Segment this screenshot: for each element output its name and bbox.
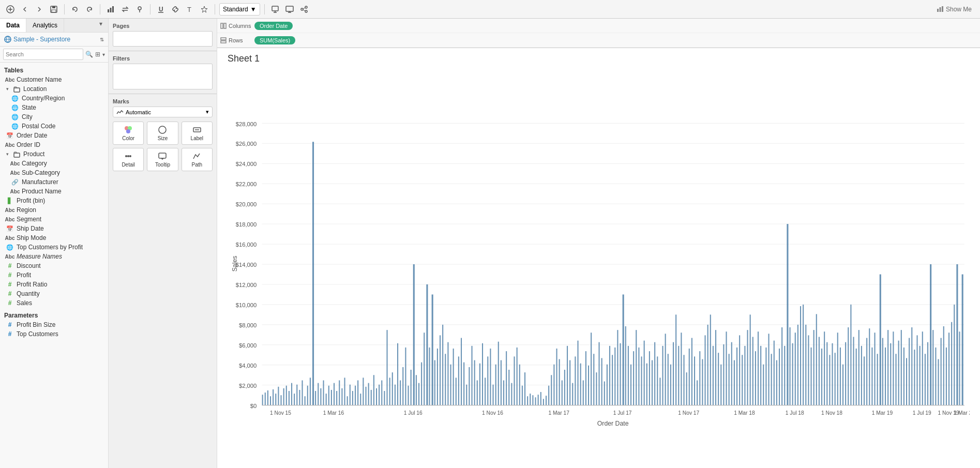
hash-icon-3: # bbox=[6, 281, 13, 288]
columns-order-date-pill[interactable]: Order Date bbox=[254, 22, 293, 30]
search-icon[interactable]: 🔍 bbox=[85, 51, 93, 58]
svg-rect-199 bbox=[580, 364, 581, 405]
filter-icon[interactable]: ▾ bbox=[102, 52, 105, 57]
field-location[interactable]: ▾ Location bbox=[0, 84, 108, 94]
path-mark-button[interactable]: Path bbox=[182, 148, 213, 171]
svg-rect-312 bbox=[880, 275, 881, 405]
field-ship-mode[interactable]: Abc Ship Mode bbox=[0, 233, 108, 243]
svg-rect-221 bbox=[638, 348, 639, 405]
svg-rect-280 bbox=[795, 333, 796, 405]
tab-analytics[interactable]: Analytics bbox=[26, 19, 64, 32]
detail-mark-button[interactable]: Detail bbox=[113, 148, 144, 171]
abc-icon-5: Abc bbox=[11, 188, 19, 195]
field-ship-date[interactable]: 📅 Ship Date bbox=[0, 224, 108, 233]
swap-icon[interactable] bbox=[119, 3, 131, 16]
svg-text:$18,000: $18,000 bbox=[236, 221, 257, 228]
standard-dropdown[interactable]: Standard ▼ bbox=[219, 3, 260, 16]
svg-text:T: T bbox=[187, 6, 191, 13]
field-sub-category[interactable]: Abc Sub-Category bbox=[0, 168, 108, 177]
globe-icon-4: 🌐 bbox=[11, 123, 19, 130]
field-order-date[interactable]: 📅 Order Date bbox=[0, 131, 108, 140]
tooltip-mark-button[interactable]: Tooltip bbox=[147, 148, 178, 171]
field-order-id[interactable]: Abc Order ID bbox=[0, 140, 108, 149]
svg-rect-317 bbox=[893, 331, 894, 405]
svg-rect-341 bbox=[956, 264, 958, 405]
field-region[interactable]: Abc Region bbox=[0, 205, 108, 215]
field-postal-code[interactable]: 🌐 Postal Code bbox=[0, 122, 108, 131]
filters-drop-area[interactable] bbox=[113, 64, 213, 89]
svg-rect-114 bbox=[355, 386, 356, 405]
svg-rect-82 bbox=[270, 396, 271, 405]
svg-rect-298 bbox=[842, 365, 843, 405]
svg-rect-123 bbox=[379, 385, 380, 405]
svg-text:1 Mar 16: 1 Mar 16 bbox=[323, 410, 344, 416]
svg-rect-235 bbox=[675, 314, 676, 405]
field-profit[interactable]: # Profit bbox=[0, 270, 108, 280]
field-category[interactable]: Abc Category bbox=[0, 159, 108, 168]
back-icon[interactable] bbox=[19, 3, 31, 16]
svg-rect-186 bbox=[546, 396, 547, 405]
label-mark-button[interactable]: Label bbox=[182, 122, 213, 145]
globe-icon-2: 🌐 bbox=[11, 104, 19, 111]
undo-icon[interactable] bbox=[69, 3, 81, 16]
grid-icon[interactable]: ⊞ bbox=[95, 51, 100, 58]
svg-rect-313 bbox=[882, 338, 883, 405]
forward-icon[interactable] bbox=[33, 3, 46, 16]
pages-drop-area[interactable] bbox=[113, 31, 213, 47]
field-top-customers-param[interactable]: # Top Customers bbox=[0, 329, 108, 339]
svg-rect-106 bbox=[334, 383, 335, 405]
svg-text:$2,000: $2,000 bbox=[239, 383, 257, 389]
redo-icon[interactable] bbox=[83, 3, 96, 16]
field-manufacturer[interactable]: 🔗 Manufacturer bbox=[0, 177, 108, 187]
field-profit-bin-size[interactable]: # Profit Bin Size bbox=[0, 320, 108, 329]
field-discount[interactable]: # Discount bbox=[0, 261, 108, 270]
field-product-name[interactable]: Abc Product Name bbox=[0, 187, 108, 196]
link-icon[interactable] bbox=[169, 3, 182, 16]
field-measure-names[interactable]: Abc Measure Names bbox=[0, 252, 108, 261]
size-mark-button[interactable]: Size bbox=[147, 122, 178, 145]
underline-icon[interactable]: U bbox=[155, 3, 167, 16]
svg-rect-80 bbox=[265, 392, 266, 405]
field-country-region[interactable]: 🌐 Country/Region bbox=[0, 94, 108, 103]
color-mark-button[interactable]: Color bbox=[113, 122, 144, 145]
svg-rect-139 bbox=[421, 363, 422, 405]
svg-text:1 Jul 17: 1 Jul 17 bbox=[613, 410, 632, 416]
field-product[interactable]: ▾ Product bbox=[0, 149, 108, 159]
svg-rect-214 bbox=[620, 343, 621, 405]
field-sales[interactable]: # Sales bbox=[0, 298, 108, 308]
show-me-button[interactable]: Show Me bbox=[932, 4, 976, 15]
search-input[interactable] bbox=[3, 49, 83, 60]
svg-rect-296 bbox=[837, 333, 838, 405]
share-icon[interactable] bbox=[298, 3, 310, 16]
text-icon[interactable]: T bbox=[184, 3, 196, 16]
svg-rect-203 bbox=[591, 333, 592, 405]
field-profit-bin[interactable]: ▋ Profit (bin) bbox=[0, 196, 108, 205]
source-options-icon[interactable]: ⇅ bbox=[100, 37, 104, 42]
panel-options-icon[interactable]: ▾ bbox=[96, 19, 106, 29]
marks-type-dropdown[interactable]: Automatic ▾ bbox=[113, 107, 213, 117]
tab-data[interactable]: Data bbox=[0, 19, 26, 32]
field-segment[interactable]: Abc Segment bbox=[0, 215, 108, 224]
shelf-area: Columns Order Date Rows SUM(Sales) bbox=[217, 19, 980, 48]
save-icon[interactable] bbox=[48, 3, 60, 16]
monitor-icon[interactable] bbox=[283, 3, 296, 16]
data-source-icon bbox=[4, 36, 11, 43]
svg-text:1 Mar 17: 1 Mar 17 bbox=[548, 410, 569, 416]
field-customer-name[interactable]: Abc Customer Name bbox=[0, 75, 108, 84]
svg-rect-194 bbox=[567, 346, 568, 405]
field-city[interactable]: 🌐 City bbox=[0, 112, 108, 122]
field-profit-ratio[interactable]: # Profit Ratio bbox=[0, 280, 108, 289]
svg-rect-283 bbox=[803, 305, 804, 405]
bar-chart-icon[interactable] bbox=[104, 3, 117, 16]
field-quantity[interactable]: # Quantity bbox=[0, 289, 108, 298]
rows-sum-sales-pill[interactable]: SUM(Sales) bbox=[254, 36, 295, 44]
svg-rect-309 bbox=[871, 348, 872, 405]
home-icon[interactable] bbox=[4, 3, 17, 16]
presentation-icon[interactable] bbox=[269, 3, 281, 16]
svg-rect-162 bbox=[482, 343, 483, 405]
svg-rect-248 bbox=[710, 314, 711, 405]
field-state[interactable]: 🌐 State bbox=[0, 103, 108, 112]
pin-icon[interactable] bbox=[133, 3, 146, 16]
field-top-customers[interactable]: 🌐 Top Customers by Profit bbox=[0, 243, 108, 252]
star-icon[interactable] bbox=[198, 3, 210, 16]
